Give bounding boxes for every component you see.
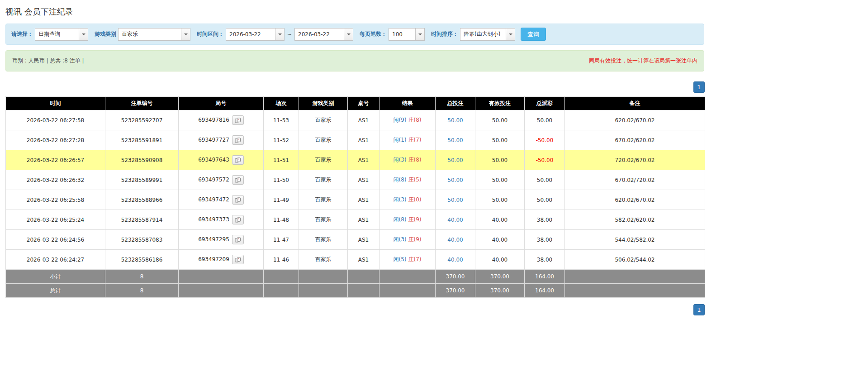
cell-bet-id: 523285589991 bbox=[105, 170, 179, 190]
view-cards-button[interactable] bbox=[232, 155, 244, 165]
select-type-combo[interactable]: 日期查询 bbox=[35, 28, 88, 41]
column-header: 局号 bbox=[179, 97, 264, 110]
table-row[interactable]: 2026-03-22 06:25:24 523285587914 6934973… bbox=[6, 210, 705, 230]
cell-valid-bet: 40.00 bbox=[475, 230, 525, 250]
total-bet-link[interactable]: 40.00 bbox=[447, 237, 463, 243]
cell-valid-bet: 40.00 bbox=[475, 210, 525, 230]
pagination-top: 1 bbox=[5, 81, 705, 93]
result-player: 闲(3) bbox=[394, 236, 407, 243]
view-cards-button[interactable] bbox=[232, 115, 244, 125]
table-row[interactable]: 2026-03-22 06:26:57 523285590908 6934976… bbox=[6, 150, 705, 170]
view-cards-button[interactable] bbox=[232, 135, 244, 145]
page-size-combo[interactable]: 100 bbox=[389, 28, 425, 41]
cell-total-bet: 50.00 bbox=[436, 190, 475, 210]
cell-table-no: AS1 bbox=[348, 170, 379, 190]
cell-round-id: 693497816 bbox=[179, 110, 264, 130]
total-bet-link[interactable]: 50.00 bbox=[447, 117, 463, 124]
total-bet-link[interactable]: 50.00 bbox=[447, 157, 463, 163]
cards-icon bbox=[235, 257, 241, 262]
cell-table-no: AS1 bbox=[348, 130, 379, 150]
result-banker: 庄(7) bbox=[408, 256, 422, 262]
date-to-combo[interactable]: 2026-03-22 bbox=[294, 28, 353, 41]
column-header: 注单编号 bbox=[105, 97, 179, 110]
total-total-bet: 370.00 bbox=[436, 284, 475, 298]
page-size-value[interactable]: 100 bbox=[389, 29, 415, 40]
table-row[interactable]: 2026-03-22 06:25:58 523285588966 6934974… bbox=[6, 190, 705, 210]
cell-session: 11-52 bbox=[264, 130, 299, 150]
cell-session: 11-51 bbox=[264, 150, 299, 170]
cell-remark: 582.02/620.02 bbox=[565, 210, 705, 230]
cell-table-no: AS1 bbox=[348, 230, 379, 250]
cell-payout: 38.00 bbox=[525, 210, 565, 230]
cell-time: 2026-03-22 06:26:57 bbox=[6, 150, 105, 170]
select-type-label: 请选择： bbox=[11, 30, 33, 38]
chevron-down-icon[interactable] bbox=[275, 29, 284, 40]
date-range-separator: ~ bbox=[287, 31, 292, 38]
cell-game-type: 百家乐 bbox=[299, 210, 348, 230]
cell-valid-bet: 50.00 bbox=[475, 130, 525, 150]
cell-game-type: 百家乐 bbox=[299, 170, 348, 190]
cell-valid-bet: 40.00 bbox=[475, 250, 525, 270]
cell-round-id: 693497727 bbox=[179, 130, 264, 150]
chevron-down-icon[interactable] bbox=[506, 29, 515, 40]
cell-remark: 620.02/670.02 bbox=[565, 190, 705, 210]
date-to-value[interactable]: 2026-03-22 bbox=[295, 29, 344, 40]
chevron-down-icon[interactable] bbox=[181, 29, 190, 40]
cell-time: 2026-03-22 06:25:58 bbox=[6, 190, 105, 210]
view-cards-button[interactable] bbox=[232, 255, 244, 264]
cell-bet-id: 523285587914 bbox=[105, 210, 179, 230]
cell-total-bet: 50.00 bbox=[436, 130, 475, 150]
table-row[interactable]: 2026-03-22 06:27:28 523285591891 6934977… bbox=[6, 130, 705, 150]
cards-icon bbox=[235, 118, 241, 123]
time-sort-combo[interactable]: 降幂(由大到小) bbox=[460, 28, 515, 41]
total-bet-link[interactable]: 50.00 bbox=[447, 177, 463, 183]
time-sort-label: 时间排序： bbox=[431, 30, 458, 38]
time-sort-value[interactable]: 降幂(由大到小) bbox=[460, 29, 506, 40]
page-title: 视讯 会员下注纪录 bbox=[5, 6, 863, 17]
view-cards-button[interactable] bbox=[232, 195, 244, 205]
cell-total-bet: 40.00 bbox=[436, 230, 475, 250]
select-type-value[interactable]: 日期查询 bbox=[35, 29, 79, 40]
table-row[interactable]: 2026-03-22 06:26:32 523285589991 6934975… bbox=[6, 170, 705, 190]
result-player: 闲(8) bbox=[394, 216, 407, 223]
chevron-down-icon[interactable] bbox=[415, 29, 424, 40]
result-banker: 庄(9) bbox=[408, 216, 422, 223]
subtotal-count: 8 bbox=[105, 270, 179, 284]
table-row[interactable]: 2026-03-22 06:24:56 523285587083 6934972… bbox=[6, 230, 705, 250]
cell-game-type: 百家乐 bbox=[299, 190, 348, 210]
table-row[interactable]: 2026-03-22 06:27:58 523285592707 6934978… bbox=[6, 110, 705, 130]
view-cards-button[interactable] bbox=[232, 235, 244, 244]
page: 视讯 会员下注纪录 请选择： 日期查询 游戏类别 百家乐 时间区间： 2026-… bbox=[0, 0, 868, 319]
view-cards-button[interactable] bbox=[232, 215, 244, 224]
date-from-value[interactable]: 2026-03-22 bbox=[226, 29, 275, 40]
round-id-text: 693497472 bbox=[198, 196, 229, 203]
view-cards-button[interactable] bbox=[232, 175, 244, 185]
page-1-button[interactable]: 1 bbox=[693, 81, 705, 93]
table-row[interactable]: 2026-03-22 06:24:27 523285586186 6934972… bbox=[6, 250, 705, 270]
result-banker: 庄(8) bbox=[408, 157, 422, 163]
total-bet-link[interactable]: 50.00 bbox=[447, 137, 463, 143]
subtotal-total-bet: 370.00 bbox=[436, 270, 475, 284]
game-type-value[interactable]: 百家乐 bbox=[119, 29, 181, 40]
game-type-combo[interactable]: 百家乐 bbox=[118, 28, 190, 41]
total-bet-link[interactable]: 40.00 bbox=[447, 257, 463, 263]
cell-bet-id: 523285591891 bbox=[105, 130, 179, 150]
column-header: 时间 bbox=[6, 97, 105, 110]
cell-payout: 50.00 bbox=[525, 190, 565, 210]
total-bet-link[interactable]: 40.00 bbox=[447, 217, 463, 223]
cell-valid-bet: 50.00 bbox=[475, 110, 525, 130]
subtotal-valid-bet: 370.00 bbox=[475, 270, 525, 284]
cell-payout: -50.00 bbox=[525, 150, 565, 170]
cell-remark: 670.02/620.02 bbox=[565, 130, 705, 150]
chevron-down-icon[interactable] bbox=[344, 29, 353, 40]
time-range-label: 时间区间： bbox=[197, 30, 224, 38]
cell-remark: 620.02/670.02 bbox=[565, 110, 705, 130]
date-from-combo[interactable]: 2026-03-22 bbox=[226, 28, 285, 41]
page-1-button[interactable]: 1 bbox=[693, 304, 705, 315]
cell-result: 闲(8)庄(9) bbox=[379, 210, 436, 230]
chevron-down-icon[interactable] bbox=[79, 29, 88, 40]
total-count: 8 bbox=[105, 284, 179, 298]
query-button[interactable]: 查询 bbox=[521, 28, 546, 41]
total-bet-link[interactable]: 50.00 bbox=[447, 197, 463, 203]
cell-table-no: AS1 bbox=[348, 110, 379, 130]
